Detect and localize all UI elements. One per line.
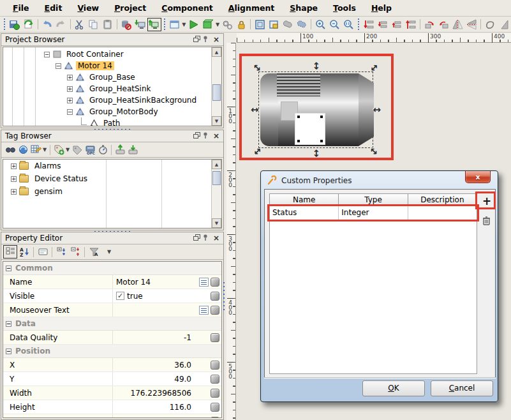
binding-icon[interactable] (211, 292, 219, 301)
search-tags-button[interactable] (4, 143, 17, 156)
property-row-mouseover-text[interactable]: Mouseover Text (3, 303, 221, 317)
motor-end-taper[interactable] (359, 73, 374, 146)
project-cube-button[interactable] (201, 18, 215, 31)
refresh-tags-button[interactable] (17, 143, 29, 156)
menu-edit[interactable]: Edit (38, 1, 69, 15)
db-sync-button[interactable] (147, 18, 161, 31)
bring-to-front-button[interactable] (404, 18, 418, 31)
filter-dropdown-arrow[interactable]: ▼ (107, 249, 112, 255)
motor-selection-box[interactable]: ↔ ↔ ↔ ↔ ↔ ↔ ↔ ↔ (258, 71, 373, 148)
property-value[interactable]: Motor 14 (113, 278, 195, 287)
expand-icon[interactable] (11, 163, 17, 169)
rotate-ccw-button[interactable] (436, 18, 450, 31)
float-panel-icon[interactable] (193, 36, 202, 43)
project-tree-scrollbar[interactable]: ▲ ▼ (211, 47, 221, 126)
categorized-view-button[interactable] (3, 245, 17, 259)
db-pull-button[interactable] (133, 18, 147, 31)
property-row-angle[interactable]: Angle 0.0 (3, 414, 221, 418)
add-tag-dropdown-arrow[interactable]: ▼ (66, 147, 71, 153)
paste-button[interactable] (101, 18, 115, 31)
add-tag-button[interactable] (52, 143, 65, 156)
toolbar-grip[interactable] (163, 19, 167, 30)
dialog-titlebar[interactable]: Custom Properties (267, 176, 352, 185)
collapse-icon[interactable] (56, 63, 61, 69)
binding-icon[interactable] (211, 306, 219, 315)
tag-browser-titlebar[interactable]: Tag Browser × (1, 130, 223, 142)
toolbar-grip[interactable] (357, 19, 360, 30)
resize-handle-n[interactable]: ↔ (313, 62, 320, 70)
pin-panel-icon[interactable] (202, 234, 209, 243)
checkbox-checked-icon[interactable] (116, 292, 124, 300)
expand-all-button[interactable] (54, 245, 68, 259)
anchor-button[interactable] (267, 18, 281, 31)
copy-button[interactable] (87, 18, 101, 31)
property-row-visible[interactable]: Visible true (3, 289, 221, 303)
project-dropdown-arrow[interactable]: ▼ (216, 22, 221, 27)
tag-folder-gensim[interactable]: gensim (3, 185, 221, 198)
float-panel-icon[interactable] (193, 132, 202, 140)
collapse-all-button[interactable] (68, 245, 82, 259)
property-value[interactable]: 116.0 (113, 403, 195, 412)
scan-class-stopwatch-button[interactable] (96, 143, 109, 156)
scrollbar-thumb[interactable] (212, 84, 221, 101)
menu-view[interactable]: View (71, 1, 105, 15)
rotate-cw-button[interactable] (422, 18, 436, 31)
tag-folder-alarms[interactable]: Alarms (3, 160, 221, 172)
pin-panel-icon[interactable] (202, 131, 209, 141)
close-panel-icon[interactable]: × (213, 36, 219, 43)
collapse-icon[interactable] (44, 52, 50, 57)
section-common[interactable]: Common (3, 262, 221, 275)
close-panel-icon[interactable]: × (213, 133, 219, 139)
property-value[interactable]: -1 (113, 333, 195, 342)
difference-shapes-button[interactable] (295, 18, 309, 31)
menu-tools[interactable]: Tools (327, 1, 362, 15)
ok-button[interactable]: OK (362, 380, 425, 396)
flip-horizontal-button[interactable] (450, 18, 464, 31)
dock-splitter-handle[interactable] (223, 282, 225, 311)
menu-component[interactable]: Component (155, 1, 219, 15)
binding-icon[interactable] (211, 389, 219, 398)
cancel-button[interactable]: Cancel (431, 380, 493, 396)
zoom-in-button[interactable] (313, 18, 327, 31)
tree-row-group-base[interactable]: Group_Base (3, 71, 221, 83)
scroll-down-icon[interactable]: ▼ (212, 116, 221, 126)
zoom-actual-button[interactable] (341, 18, 355, 31)
grid-dropdown-arrow[interactable]: ▼ (43, 147, 48, 153)
tree-row-root-container[interactable]: Root Container (3, 49, 221, 60)
edit-text-icon[interactable] (199, 278, 209, 287)
tree-row-path[interactable]: Path (3, 117, 221, 126)
cut-button[interactable] (73, 18, 87, 31)
property-value[interactable]: 176.223968506 (113, 389, 195, 398)
move-forward-button[interactable] (390, 18, 404, 31)
undo-button[interactable] (40, 18, 54, 31)
collapse-icon[interactable] (67, 109, 73, 115)
binding-icon[interactable] (211, 333, 219, 342)
property-editor-titlebar[interactable]: Property Editor × (1, 232, 223, 244)
window-button[interactable] (167, 18, 181, 31)
sort-az-button[interactable]: AZ (17, 245, 31, 259)
binding-icon[interactable] (211, 361, 219, 370)
collapse-icon[interactable] (6, 349, 11, 354)
import-tags-button[interactable] (114, 143, 126, 156)
flip-vertical-button[interactable] (464, 18, 478, 31)
preview-play-button[interactable] (187, 18, 201, 31)
expand-icon[interactable] (11, 176, 17, 182)
property-row-x[interactable]: X 36.0 (3, 358, 221, 372)
resize-handle-s[interactable]: ↔ (313, 149, 320, 158)
selection-bounds-button[interactable] (253, 18, 267, 31)
project-browser-titlebar[interactable]: Project Browser × (1, 34, 223, 46)
filter-properties-button[interactable]: A (87, 245, 101, 259)
path-shape-button[interactable] (483, 18, 497, 31)
send-to-back-button[interactable] (362, 18, 376, 31)
collapse-icon[interactable] (6, 266, 11, 271)
binding-icon[interactable] (211, 375, 219, 384)
zoom-out-button[interactable] (327, 18, 341, 31)
expand-icon[interactable] (67, 98, 73, 103)
menu-file[interactable]: File (6, 1, 36, 15)
property-value[interactable]: 36.0 (113, 361, 195, 370)
scroll-up-icon[interactable]: ▲ (212, 160, 221, 169)
tree-row-group-heatsinkbackground[interactable]: Group_HeatSinkBackground (3, 94, 221, 106)
pin-panel-icon[interactable] (202, 35, 209, 45)
property-row-width[interactable]: Width 176.223968506 (3, 386, 221, 400)
property-row-name[interactable]: Name Motor 14 (3, 275, 221, 289)
